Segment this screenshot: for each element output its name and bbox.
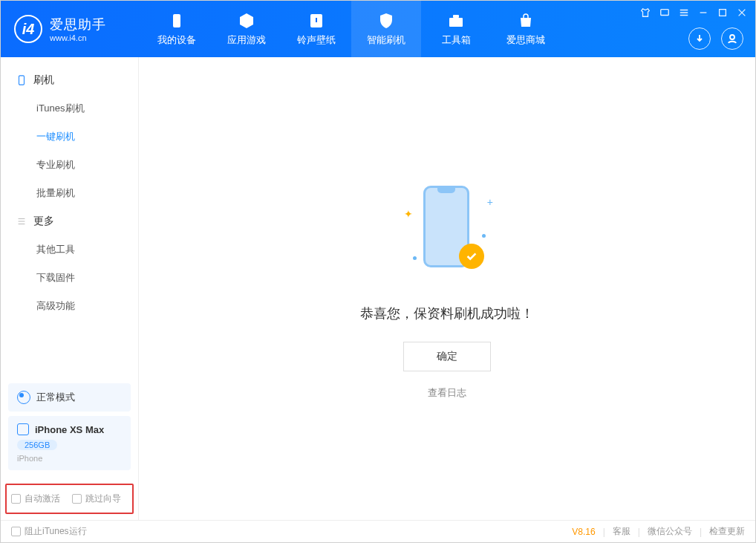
sparkle-icon: ✦ — [404, 208, 413, 220]
app-logo: i4 爱思助手 www.i4.cn — [1, 15, 142, 43]
app-title: 爱思助手 — [50, 16, 106, 33]
checkbox-icon — [11, 494, 21, 504]
checkbox-label: 跳过向导 — [85, 492, 121, 505]
user-icon[interactable] — [721, 27, 743, 50]
mode-label: 正常模式 — [36, 391, 75, 404]
top-nav: 我的设备 应用游戏 铃声壁纸 智能刷机 工具箱 爱思商城 — [142, 1, 561, 57]
window-controls — [639, 7, 748, 19]
device-name: iPhone XS Max — [35, 424, 104, 435]
nav-smart-flash[interactable]: 智能刷机 — [351, 1, 421, 57]
device-capacity: 256GB — [17, 440, 57, 450]
list-icon — [16, 215, 27, 227]
nav-label: 工具箱 — [442, 33, 471, 47]
checkbox-icon — [72, 494, 82, 504]
sidebar-item-pro-flash[interactable]: 专业刷机 — [1, 151, 138, 179]
sidebar-item-download-firmware[interactable]: 下载固件 — [1, 264, 138, 292]
skin-icon[interactable] — [639, 7, 651, 19]
mode-icon — [17, 391, 30, 404]
svg-rect-0 — [173, 14, 180, 27]
checkbox-block-itunes[interactable]: 阻止iTunes运行 — [11, 525, 87, 538]
menu-icon[interactable] — [678, 7, 690, 19]
sidebar-item-itunes-flash[interactable]: iTunes刷机 — [1, 94, 138, 123]
download-icon[interactable] — [688, 27, 711, 50]
nav-store[interactable]: 爱思商城 — [491, 1, 561, 57]
shield-icon — [377, 11, 396, 30]
device-icon — [17, 423, 29, 435]
mode-card[interactable]: 正常模式 — [8, 383, 131, 412]
maximize-icon[interactable] — [717, 7, 729, 19]
feedback-icon[interactable] — [659, 7, 671, 19]
nav-ringtone-wallpaper[interactable]: 铃声壁纸 — [281, 1, 351, 57]
ok-button[interactable]: 确定 — [403, 342, 491, 371]
sidebar: 刷机 iTunes刷机 一键刷机 专业刷机 批量刷机 更多 其他工具 下载固件 … — [1, 57, 139, 520]
option-highlight-box: 自动激活 跳过向导 — [5, 484, 134, 514]
checkbox-icon — [11, 527, 21, 536]
svg-rect-5 — [720, 10, 726, 16]
sidebar-group-label: 更多 — [33, 215, 54, 228]
success-illustration: ✦ + — [395, 178, 499, 282]
dot-icon — [482, 234, 486, 238]
sidebar-group-flash: 刷机 — [1, 66, 138, 94]
sidebar-group-label: 刷机 — [33, 74, 54, 87]
checkbox-label: 阻止iTunes运行 — [25, 525, 87, 538]
main-content: ✦ + 恭喜您，保资料刷机成功啦！ 确定 查看日志 — [139, 57, 755, 520]
svg-rect-3 — [453, 15, 459, 18]
status-bar: 阻止iTunes运行 V8.16 | 客服 | 微信公众号 | 检查更新 — [1, 520, 755, 542]
sidebar-item-advanced[interactable]: 高级功能 — [1, 292, 138, 320]
checkbox-label: 自动激活 — [25, 492, 60, 505]
dot-icon — [413, 256, 417, 260]
phone-icon — [16, 74, 27, 86]
app-header: i4 爱思助手 www.i4.cn 我的设备 应用游戏 铃声壁纸 智能刷机 工具… — [1, 1, 755, 57]
svg-rect-4 — [661, 10, 669, 16]
cube-icon — [237, 11, 256, 30]
close-icon[interactable] — [736, 7, 748, 19]
nav-apps-games[interactable]: 应用游戏 — [212, 1, 281, 57]
nav-toolbox[interactable]: 工具箱 — [421, 1, 491, 57]
nav-label: 我的设备 — [157, 33, 196, 47]
logo-icon: i4 — [14, 15, 42, 43]
view-log-link[interactable]: 查看日志 — [428, 386, 466, 400]
svg-rect-2 — [449, 18, 463, 27]
success-message: 恭喜您，保资料刷机成功啦！ — [360, 305, 534, 322]
music-icon — [307, 11, 326, 30]
minimize-icon[interactable] — [697, 7, 709, 19]
wechat-link[interactable]: 微信公众号 — [648, 525, 692, 538]
sidebar-item-batch-flash[interactable]: 批量刷机 — [1, 179, 138, 207]
device-card[interactable]: iPhone XS Max 256GB iPhone — [8, 416, 131, 470]
bag-icon — [516, 11, 535, 30]
sparkle-icon: + — [487, 196, 493, 208]
checkbox-skip-guide[interactable]: 跳过向导 — [72, 492, 121, 505]
support-link[interactable]: 客服 — [613, 525, 630, 538]
nav-my-device[interactable]: 我的设备 — [142, 1, 212, 57]
sidebar-item-oneclick-flash[interactable]: 一键刷机 — [1, 123, 138, 151]
sidebar-group-more: 更多 — [1, 207, 138, 235]
svg-point-6 — [730, 35, 734, 39]
check-update-link[interactable]: 检查更新 — [709, 525, 745, 538]
nav-label: 应用游戏 — [227, 33, 266, 47]
nav-label: 智能刷机 — [367, 33, 405, 47]
toolbox-icon — [446, 11, 466, 30]
app-subtitle: www.i4.cn — [50, 33, 106, 42]
device-type: iPhone — [17, 454, 122, 463]
checkbox-auto-activate[interactable]: 自动激活 — [11, 492, 60, 505]
nav-label: 铃声壁纸 — [297, 33, 336, 47]
version-label: V8.16 — [572, 527, 595, 537]
checkmark-badge-icon — [459, 244, 484, 269]
nav-label: 爱思商城 — [506, 33, 545, 47]
sidebar-item-other-tools[interactable]: 其他工具 — [1, 235, 138, 264]
device-icon — [167, 11, 186, 30]
svg-rect-7 — [19, 76, 25, 85]
